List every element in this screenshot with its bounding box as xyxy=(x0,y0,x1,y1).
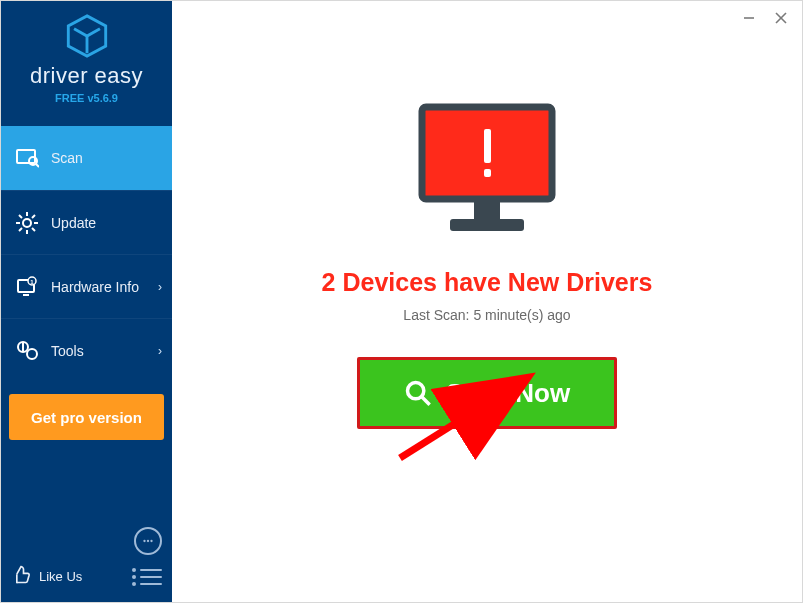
svg-point-21 xyxy=(143,540,145,542)
get-pro-label: Get pro version xyxy=(31,409,142,426)
sidebar-item-label: Tools xyxy=(51,343,84,359)
svg-rect-15 xyxy=(23,294,29,296)
svg-line-10 xyxy=(19,215,22,218)
svg-line-12 xyxy=(19,228,22,231)
brand-name: driver easy xyxy=(30,63,143,89)
svg-line-13 xyxy=(32,215,35,218)
scan-now-label: Scan Now xyxy=(446,378,570,409)
svg-rect-30 xyxy=(450,219,524,231)
last-scan-text: Last Scan: 5 minute(s) ago xyxy=(403,307,570,323)
svg-line-11 xyxy=(32,228,35,231)
hardware-icon: 1 xyxy=(15,275,39,299)
chevron-right-icon: › xyxy=(158,280,162,294)
app-window: driver easy FREE v5.6.9 Scan xyxy=(0,0,803,603)
brand-version: FREE v5.6.9 xyxy=(55,92,118,104)
sidebar-item-tools[interactable]: Tools › xyxy=(1,318,172,382)
sidebar-item-scan[interactable]: Scan xyxy=(1,126,172,190)
svg-point-19 xyxy=(27,349,37,359)
svg-point-33 xyxy=(407,383,423,399)
sidebar-item-hardware-info[interactable]: 1 Hardware Info › xyxy=(1,254,172,318)
scan-now-button[interactable]: Scan Now xyxy=(357,357,617,429)
nav: Scan xyxy=(1,126,172,382)
monitor-alert-icon xyxy=(412,103,562,238)
search-icon xyxy=(404,379,432,407)
chevron-right-icon: › xyxy=(158,344,162,358)
svg-rect-32 xyxy=(484,169,491,177)
get-pro-button[interactable]: Get pro version xyxy=(9,394,164,440)
main-panel: 2 Devices have New Drivers Last Scan: 5 … xyxy=(172,1,802,602)
sidebar-bottom: Like Us xyxy=(1,519,172,602)
sidebar-item-label: Hardware Info xyxy=(51,279,139,295)
content: 2 Devices have New Drivers Last Scan: 5 … xyxy=(172,1,802,602)
gear-icon xyxy=(15,211,39,235)
feedback-icon[interactable] xyxy=(134,527,162,555)
svg-rect-29 xyxy=(474,201,500,219)
brand-logo-icon xyxy=(64,13,110,59)
brand-block: driver easy FREE v5.6.9 xyxy=(1,1,172,112)
svg-point-5 xyxy=(23,219,31,227)
tools-icon xyxy=(15,339,39,363)
svg-point-23 xyxy=(150,540,152,542)
sidebar-item-label: Update xyxy=(51,215,96,231)
scan-icon xyxy=(15,146,39,170)
sidebar-item-label: Scan xyxy=(51,150,83,166)
menu-icon[interactable] xyxy=(132,568,162,586)
svg-line-4 xyxy=(36,164,39,167)
status-headline: 2 Devices have New Drivers xyxy=(322,268,653,297)
sidebar-item-update[interactable]: Update xyxy=(1,190,172,254)
svg-line-34 xyxy=(421,397,429,405)
like-us-button[interactable]: Like Us xyxy=(11,565,82,588)
thumbs-up-icon xyxy=(11,565,31,588)
svg-rect-31 xyxy=(484,129,491,163)
sidebar: driver easy FREE v5.6.9 Scan xyxy=(1,1,172,602)
like-us-label: Like Us xyxy=(39,569,82,584)
svg-point-22 xyxy=(147,540,149,542)
